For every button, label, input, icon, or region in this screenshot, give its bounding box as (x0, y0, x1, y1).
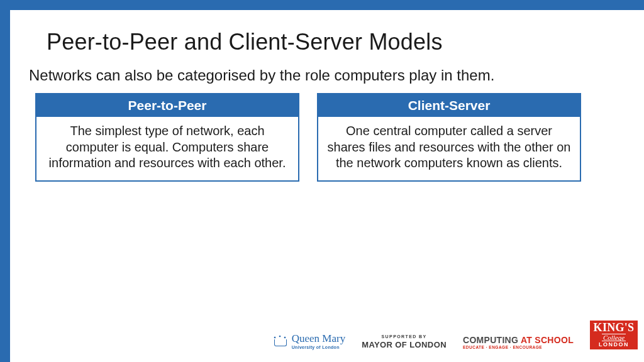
cards-row: Peer-to-Peer The simplest type of networ… (35, 93, 644, 182)
queen-mary-logo: Queen Mary University of London (272, 333, 345, 349)
computing-at-school-logo: COMPUTING AT SCHOOL EDUCATE · ENGAGE · E… (463, 336, 574, 350)
kcl-l3: LONDON (599, 342, 629, 348)
cas-sub: EDUCATE · ENGAGE · ENCOURAGE (463, 346, 574, 350)
intro-text: Networks can also be categorised by the … (29, 67, 644, 84)
card-heading: Peer-to-Peer (36, 94, 298, 117)
cas-word2: AT SCHOOL (521, 335, 574, 345)
mol-main: MAYOR OF LONDON (362, 340, 447, 349)
card-client-server: Client-Server One central computer calle… (317, 93, 581, 182)
crown-icon (272, 336, 288, 347)
kings-college-logo: KING'S College LONDON (590, 321, 638, 349)
mayor-of-london-logo: SUPPORTED BY MAYOR OF LONDON (362, 334, 447, 349)
kcl-l2: College (602, 334, 626, 341)
qm-sub: University of London (292, 345, 345, 349)
card-heading: Client-Server (318, 94, 580, 117)
card-body: The simplest type of network, each compu… (36, 117, 298, 180)
card-peer-to-peer: Peer-to-Peer The simplest type of networ… (35, 93, 299, 182)
footer-logos: Queen Mary University of London SUPPORTE… (272, 321, 638, 349)
cas-word1: COMPUTING (463, 335, 521, 345)
qm-name: Queen Mary (292, 333, 345, 344)
slide-title: Peer-to-Peer and Client-Server Models (47, 29, 644, 55)
kcl-l1: KING'S (594, 322, 635, 333)
card-body: One central computer called a server sha… (318, 117, 580, 180)
mol-sup: SUPPORTED BY (362, 334, 447, 339)
